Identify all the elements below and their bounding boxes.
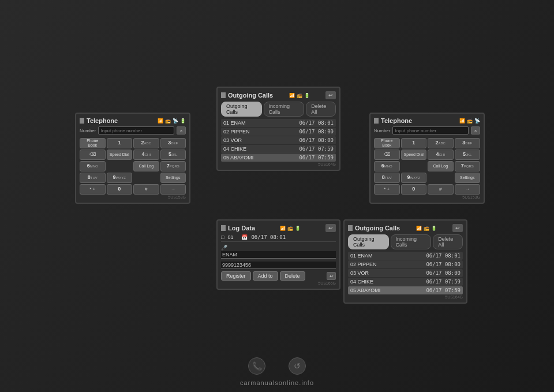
outgoing-top-tabs: Outgoing Calls Incoming Calls Delete All bbox=[221, 102, 336, 117]
key-7[interactable]: 7PQRS bbox=[160, 161, 186, 171]
call-row-01-bottom[interactable]: 01 ENAM 06/17 08:01 bbox=[348, 252, 463, 260]
key-9[interactable]: 9WXYZ bbox=[107, 173, 133, 183]
key-r-0[interactable]: 0 bbox=[401, 184, 427, 195]
key-6[interactable]: 6MNO bbox=[80, 161, 106, 171]
log-data-title: Log Data bbox=[221, 225, 255, 232]
key-r-6[interactable]: 6MNO bbox=[374, 161, 400, 171]
log-data-number-field: 9999123456 bbox=[221, 262, 336, 269]
tel-left-title-icon bbox=[80, 118, 84, 124]
tel-left-number-input[interactable] bbox=[98, 126, 174, 135]
call-row-04-top[interactable]: 04 CHIKE 06/17 07:59 bbox=[221, 145, 336, 153]
key-r-enter[interactable]: → bbox=[455, 184, 481, 195]
key-r-2[interactable]: 2ABC bbox=[428, 138, 454, 148]
key-r-1[interactable]: 1 bbox=[401, 138, 427, 148]
log-data-number-row: 9999123456 bbox=[221, 262, 336, 269]
key-r-3[interactable]: 3DEF bbox=[455, 138, 481, 148]
key-phonebook[interactable]: PhoneBook bbox=[80, 138, 106, 148]
tel-left-keypad: PhoneBook 1 2ABC 3DEF ⌫ Speed Dial 4GHI … bbox=[80, 138, 186, 195]
key-r-star[interactable]: * + bbox=[374, 184, 400, 195]
outgoing-bottom-call-list: 01 ENAM 06/17 08:01 02 PIPPEN 06/17 08:0… bbox=[348, 252, 463, 294]
key-3[interactable]: 3DEF bbox=[160, 138, 186, 148]
log-data-back-btn[interactable]: ↩ bbox=[325, 224, 336, 232]
page-background: Telephone 📶 📻 📡 🔋 Number × PhoneBook 1 2… bbox=[0, 0, 554, 392]
key-r-9[interactable]: 9WXYZ bbox=[401, 173, 427, 183]
log-data-panel: Log Data 📶📻🔋 ↩ □ 01 📅 06/17 08:01 🎤 ENAM… bbox=[216, 219, 340, 290]
outgoing-bottom-tabs: Outgoing Calls Incoming Calls Delete All bbox=[348, 234, 463, 249]
tel-right-title: Telephone bbox=[374, 117, 412, 124]
tel-left-clear-btn[interactable]: × bbox=[177, 126, 186, 135]
tel-right-number-input[interactable] bbox=[392, 126, 469, 135]
key-1[interactable]: 1 bbox=[107, 138, 133, 148]
outgoing-top-code: 5US164G bbox=[221, 162, 336, 166]
key-calllog[interactable]: Call Log bbox=[133, 161, 159, 171]
key-r-calllog[interactable]: Call Log bbox=[428, 161, 454, 171]
key-r-5[interactable]: 5JKL bbox=[455, 150, 481, 160]
key-2[interactable]: 2ABC bbox=[133, 138, 159, 148]
key-r-speeddial[interactable]: Speed Dial bbox=[401, 150, 427, 160]
outgoing-top-status: 📶📻🔋 bbox=[289, 93, 310, 98]
add-to-button[interactable]: Add to bbox=[253, 271, 278, 281]
tel-right-header: Telephone 📶 📻 📡 bbox=[374, 117, 480, 124]
tel-right-code: 5US153G bbox=[374, 195, 480, 199]
watermark: carmanualsonline.info bbox=[240, 379, 314, 386]
outgoing-calls-panel-bottom: Outgoing Calls 📶📻🔋 ↩ Outgoing Calls Inco… bbox=[343, 219, 467, 304]
bottom-icon-row: 📞 ↺ bbox=[248, 357, 306, 375]
tab-delete-all-top[interactable]: Delete All bbox=[306, 102, 336, 117]
call-row-05-top[interactable]: 05 ABAYOMI 06/17 07:59 bbox=[221, 154, 336, 162]
outgoing-top-title: Outgoing Calls bbox=[221, 92, 273, 99]
key-r-8[interactable]: 8TUV bbox=[374, 173, 400, 183]
key-r-empty2 bbox=[428, 173, 454, 183]
tel-left-code: 5US153G bbox=[80, 195, 186, 199]
key-r-backspace[interactable]: ⌫ bbox=[374, 150, 400, 160]
log-data-icon bbox=[221, 225, 226, 231]
outgoing-top-icon bbox=[221, 92, 226, 98]
outgoing-top-call-list: 01 ENAM 06/17 08:01 02 PIPPEN 06/17 08:0… bbox=[221, 119, 336, 162]
log-data-back-btn2[interactable]: ↩ bbox=[327, 272, 336, 280]
tab-incoming-calls-top[interactable]: Incoming Calls bbox=[264, 102, 305, 117]
key-backspace[interactable]: ⌫ bbox=[80, 150, 106, 160]
key-5[interactable]: 5JKL bbox=[160, 150, 186, 160]
tab-outgoing-calls-top[interactable]: Outgoing Calls bbox=[221, 102, 262, 117]
outgoing-top-back-btn[interactable]: ↩ bbox=[325, 91, 336, 99]
tab-incoming-calls-bottom[interactable]: Incoming Calls bbox=[391, 234, 432, 249]
tab-delete-all-bottom[interactable]: Delete All bbox=[433, 234, 463, 249]
key-r-4[interactable]: 4GHI bbox=[428, 150, 454, 160]
log-data-code: 5US166G bbox=[221, 281, 336, 285]
outgoing-bottom-status: 📶📻🔋 bbox=[416, 226, 437, 231]
log-data-entry-row: □ 01 📅 06/17 08:01 bbox=[221, 234, 336, 242]
register-button[interactable]: Register bbox=[221, 271, 251, 281]
key-4[interactable]: 4GHI bbox=[133, 150, 159, 160]
call-row-02-top[interactable]: 02 PIPPEN 06/17 08:00 bbox=[221, 128, 336, 136]
outgoing-bottom-back-btn[interactable]: ↩ bbox=[452, 224, 463, 232]
call-row-01-top[interactable]: 01 ENAM 06/17 08:01 bbox=[221, 119, 336, 127]
key-star[interactable]: * + bbox=[80, 184, 106, 195]
telephone-panel-left: Telephone 📶 📻 📡 🔋 Number × PhoneBook 1 2… bbox=[75, 113, 190, 204]
call-row-05-bottom[interactable]: 05 ABAYOMI 06/17 07:59 bbox=[348, 286, 463, 294]
refresh-icon: ↺ bbox=[289, 357, 306, 375]
key-enter[interactable]: → bbox=[160, 184, 186, 195]
key-empty2 bbox=[133, 173, 159, 183]
key-speeddial[interactable]: Speed Dial bbox=[107, 150, 133, 160]
outgoing-top-header: Outgoing Calls 📶📻🔋 ↩ bbox=[221, 91, 336, 99]
call-row-03-bottom[interactable]: 03 VOR 06/17 08:00 bbox=[348, 269, 463, 277]
outgoing-bottom-header: Outgoing Calls 📶📻🔋 ↩ bbox=[348, 224, 463, 232]
delete-button[interactable]: Delete bbox=[280, 271, 305, 281]
telephone-panel-right: Telephone 📶 📻 📡 Number × PhoneBook 1 2AB… bbox=[369, 113, 485, 204]
key-settings[interactable]: Settings bbox=[160, 173, 186, 183]
key-8[interactable]: 8TUV bbox=[80, 173, 106, 183]
key-r-phonebook[interactable]: PhoneBook bbox=[374, 138, 400, 148]
key-hash[interactable]: # bbox=[133, 184, 159, 195]
log-data-header: Log Data 📶📻🔋 ↩ bbox=[221, 224, 336, 232]
tel-right-number-row: Number × bbox=[374, 126, 480, 135]
tab-outgoing-calls-bottom[interactable]: Outgoing Calls bbox=[348, 234, 389, 249]
log-data-name-row: 🎤 ENAM bbox=[221, 244, 336, 262]
call-row-02-bottom[interactable]: 02 PIPPEN 06/17 08:00 bbox=[348, 260, 463, 268]
key-r-settings[interactable]: Settings bbox=[455, 173, 481, 183]
call-row-03-top[interactable]: 03 VOR 06/17 08:00 bbox=[221, 136, 336, 144]
tel-right-clear-btn[interactable]: × bbox=[471, 126, 480, 135]
outgoing-bottom-title: Outgoing Calls bbox=[348, 225, 400, 232]
key-r-hash[interactable]: # bbox=[428, 184, 454, 195]
call-row-04-bottom[interactable]: 04 CHIKE 06/17 07:59 bbox=[348, 278, 463, 286]
key-0[interactable]: 0 bbox=[107, 184, 133, 195]
key-r-7[interactable]: 7PQRS bbox=[455, 161, 481, 171]
